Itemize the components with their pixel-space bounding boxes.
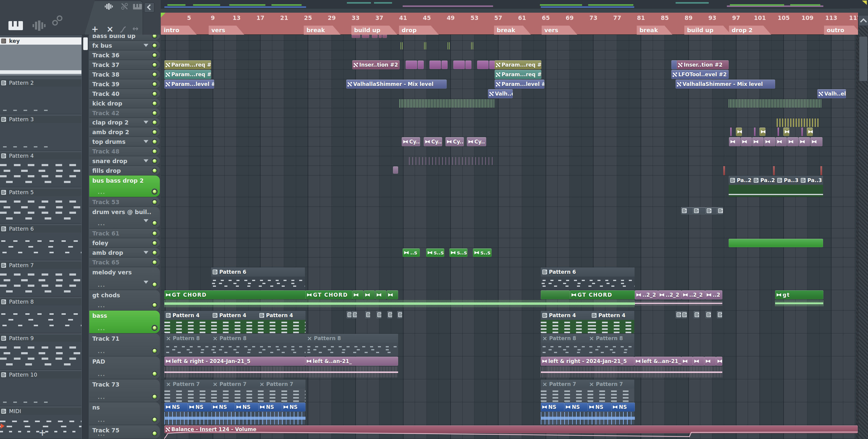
mute-led[interactable] bbox=[152, 259, 157, 265]
mute-led[interactable] bbox=[152, 189, 157, 194]
clip-sliver[interactable] bbox=[723, 166, 725, 175]
automation-clip[interactable]: Param...req #2 bbox=[495, 60, 541, 69]
pattern-clip-mini[interactable] bbox=[717, 207, 723, 214]
audio-clip-mini[interactable] bbox=[375, 290, 386, 300]
pattern-clip[interactable]: Pa..2 bbox=[752, 176, 776, 197]
clip-sliver[interactable] bbox=[754, 128, 755, 136]
pattern-clip[interactable]: Pattern 4 bbox=[541, 311, 590, 333]
audio-clip[interactable]: s..s bbox=[450, 248, 467, 257]
mute-led[interactable] bbox=[152, 394, 157, 400]
audio-clip[interactable]: s..s bbox=[473, 248, 492, 257]
mute-led[interactable] bbox=[152, 220, 157, 226]
sidebar-scrollbar[interactable] bbox=[82, 35, 89, 439]
automation-clip[interactable]: Param...req #2 bbox=[164, 70, 211, 79]
track-row[interactable]: Track 39 bbox=[89, 79, 160, 89]
wave-tab-icon[interactable] bbox=[104, 3, 114, 10]
automation-clip[interactable]: Inser..tion #2 bbox=[677, 60, 728, 69]
tick-clip-group[interactable] bbox=[471, 42, 473, 50]
mute-led[interactable] bbox=[152, 81, 157, 87]
track-row[interactable]: kick drop bbox=[89, 99, 160, 108]
pattern-item[interactable]: Pattern 2 bbox=[0, 79, 82, 87]
track-row[interactable]: Track 40 bbox=[89, 89, 160, 98]
pattern-clip-mini[interactable] bbox=[346, 311, 351, 318]
timeline-marker[interactable]: vers bbox=[542, 26, 577, 35]
audio-clip[interactable]: Cy.. bbox=[467, 137, 486, 146]
pattern-item[interactable]: Pattern 10 bbox=[0, 371, 82, 378]
automation-clip-mini[interactable] bbox=[418, 61, 424, 69]
track-row[interactable]: amb drop 2 bbox=[89, 127, 160, 136]
mute-led[interactable] bbox=[152, 371, 157, 377]
pattern-clip-mini[interactable] bbox=[693, 207, 706, 214]
automation-clip-mini[interactable] bbox=[465, 61, 471, 69]
audio-clip[interactable]: ..2 bbox=[705, 290, 722, 300]
track-row[interactable]: foley bbox=[89, 238, 160, 248]
pattern-item[interactable]: Pattern 8 bbox=[0, 298, 82, 306]
pattern-clip-mini[interactable] bbox=[676, 311, 681, 318]
audio-clip-mini[interactable] bbox=[760, 128, 766, 136]
track-row[interactable]: gt chods... bbox=[89, 290, 160, 310]
audio-clip[interactable]: ..2_2 bbox=[658, 290, 682, 300]
pattern-item[interactable]: Pattern 6 bbox=[0, 225, 82, 232]
solid-clip[interactable] bbox=[728, 239, 823, 247]
mute-led[interactable] bbox=[152, 302, 157, 308]
timeline-marker[interactable]: vers bbox=[209, 26, 244, 35]
audio-clip[interactable]: GT CHORD bbox=[570, 290, 635, 300]
audio-clip[interactable]: left & right - 2024-Jan-21_5 bbox=[164, 357, 305, 366]
playhead-marker[interactable] bbox=[161, 13, 165, 18]
sidebar-scrollbar-handle[interactable] bbox=[83, 37, 88, 50]
automation-clip[interactable]: ValhallaShimmer - Mix level bbox=[346, 80, 447, 89]
track-row[interactable]: bus bass drop 2... bbox=[89, 176, 160, 197]
automation-clip-mini[interactable] bbox=[453, 61, 465, 69]
timeline-marker[interactable]: break bbox=[304, 26, 341, 35]
pattern-clip-mini[interactable] bbox=[365, 311, 370, 318]
mute-led[interactable] bbox=[152, 417, 157, 422]
mute-led[interactable] bbox=[152, 148, 157, 154]
track-row[interactable]: melody vers... bbox=[89, 267, 160, 290]
pattern-clip[interactable]: Pattern 4 bbox=[590, 311, 634, 333]
piano-roll-icon[interactable] bbox=[8, 21, 23, 30]
pattern-clip[interactable]: Pattern 6 bbox=[541, 268, 634, 290]
muted-pattern-clip[interactable]: ×Pattern 7 bbox=[541, 380, 588, 402]
automation-clip[interactable]: Valh..el bbox=[488, 89, 513, 98]
pattern-clip-mini[interactable] bbox=[694, 311, 699, 318]
audio-clip[interactable]: NS bbox=[564, 403, 588, 412]
track-row[interactable]: Track 65 bbox=[89, 257, 160, 267]
pattern-clip-mini[interactable] bbox=[706, 311, 711, 318]
audio-clip[interactable]: NS bbox=[188, 403, 211, 412]
vertical-scrollbar[interactable] bbox=[858, 15, 868, 439]
muted-pattern-clip[interactable]: ×Pattern 7 bbox=[588, 380, 634, 402]
audio-wave-icon[interactable] bbox=[31, 21, 47, 31]
audio-clip-mini[interactable] bbox=[752, 137, 764, 146]
timeline-marker[interactable]: build up bbox=[684, 26, 731, 35]
mute-led[interactable] bbox=[152, 282, 157, 287]
track-row[interactable]: fills drop bbox=[89, 166, 160, 175]
clip-sliver[interactable] bbox=[820, 166, 822, 175]
track-row[interactable]: Track 42 bbox=[89, 108, 160, 118]
mute-led[interactable] bbox=[152, 129, 157, 135]
audio-clip-mini[interactable] bbox=[352, 290, 364, 300]
mute-led[interactable] bbox=[152, 348, 157, 354]
pattern-clip-mini[interactable] bbox=[352, 311, 357, 318]
muted-pattern-clip[interactable]: ×Pattern 8 bbox=[164, 334, 211, 356]
audio-clip-mini[interactable] bbox=[393, 166, 398, 174]
mute-led[interactable] bbox=[152, 199, 157, 205]
pattern-clip-mini[interactable] bbox=[717, 311, 722, 318]
clip-sliver[interactable] bbox=[730, 128, 732, 136]
scroll-up-button[interactable] bbox=[858, 15, 868, 26]
playlist-lane[interactable] bbox=[161, 41, 856, 50]
dropdown-icon[interactable] bbox=[144, 251, 148, 256]
clip-sliver[interactable] bbox=[801, 128, 803, 136]
pattern-item[interactable]: Pattern 5 bbox=[0, 189, 82, 196]
audio-clip[interactable]: Cy.. bbox=[402, 137, 420, 146]
add-pattern-button[interactable]: + bbox=[39, 427, 46, 438]
track-row[interactable]: fx bus bbox=[89, 41, 160, 50]
tick-clip-group[interactable] bbox=[399, 99, 495, 107]
playlist-lane[interactable] bbox=[161, 147, 856, 156]
audio-clip-mini[interactable] bbox=[807, 128, 813, 136]
pattern-clip-mini[interactable] bbox=[397, 311, 402, 318]
mute-led[interactable] bbox=[152, 110, 157, 116]
solid-clip[interactable] bbox=[541, 290, 570, 300]
pattern-item[interactable]: MIDI bbox=[0, 408, 82, 415]
audio-clip-mini[interactable] bbox=[386, 290, 398, 300]
audio-clip[interactable]: ..2_2 bbox=[635, 290, 658, 300]
